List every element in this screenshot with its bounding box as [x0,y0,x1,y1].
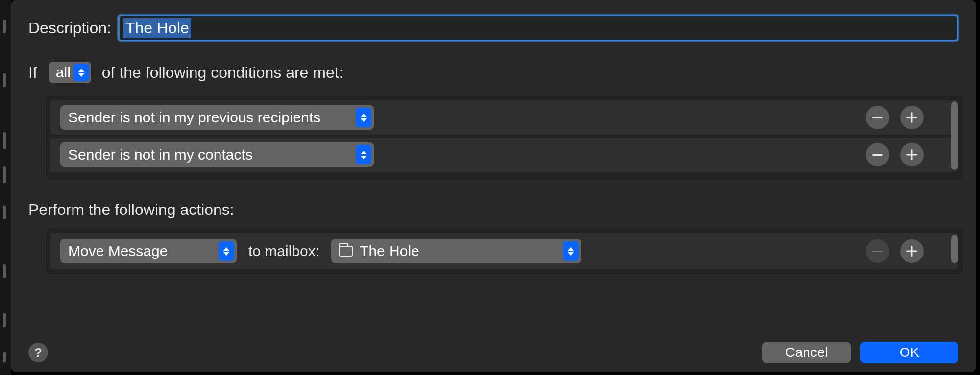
if-prefix: If [28,64,37,82]
description-input[interactable]: The Hole [118,15,958,41]
description-row: Description: The Hole [28,15,958,41]
help-button[interactable]: ? [28,343,48,362]
cancel-button[interactable]: Cancel [762,342,851,363]
scrollbar-thumb[interactable] [951,235,958,263]
rule-editor-dialog: Description: The Hole If all of the foll… [11,0,976,372]
stepper-icon [219,241,234,261]
stepper-icon [74,64,89,81]
if-row: If all of the following conditions are m… [28,62,958,83]
if-suffix: of the following conditions are met: [102,64,343,82]
remove-condition-button[interactable] [866,106,889,129]
match-select[interactable]: all [49,62,91,83]
actions-header: Perform the following actions: [28,201,958,219]
scrollbar-thumb[interactable] [951,101,958,170]
add-condition-button[interactable] [900,143,924,166]
remove-action-button [866,239,889,263]
description-value: The Hole [123,18,191,38]
mailbox-select[interactable]: The Hole [331,239,581,263]
condition-row: Sender is not in my contacts [50,138,958,172]
stepper-icon [356,108,371,127]
bottom-bar: ? Cancel OK [28,342,958,363]
conditions-list: Sender is not in my previous recipients … [46,96,962,179]
condition-row: Sender is not in my previous recipients [50,100,958,135]
action-type-label: Move Message [68,243,168,259]
folder-icon [339,246,353,257]
description-label: Description: [28,19,111,37]
left-gutter [0,0,11,375]
add-condition-button[interactable] [900,106,924,129]
to-mailbox-label: to mailbox: [248,243,319,259]
actions-list: Move Message to mailbox: The Hole [46,229,962,274]
action-row: Move Message to mailbox: The Hole [50,233,958,269]
condition-criterion-select[interactable]: Sender is not in my contacts [60,142,374,167]
stepper-icon [356,145,371,164]
stepper-icon [563,241,579,261]
condition-criterion-label: Sender is not in my previous recipients [68,109,320,126]
action-type-select[interactable]: Move Message [60,239,237,263]
add-action-button[interactable] [900,239,924,263]
ok-button[interactable]: OK [860,342,958,363]
condition-criterion-label: Sender is not in my contacts [68,146,253,163]
remove-condition-button[interactable] [866,143,889,166]
condition-criterion-select[interactable]: Sender is not in my previous recipients [60,105,374,130]
help-icon: ? [34,345,42,360]
mailbox-name: The Hole [360,243,419,259]
match-value: all [56,64,71,81]
